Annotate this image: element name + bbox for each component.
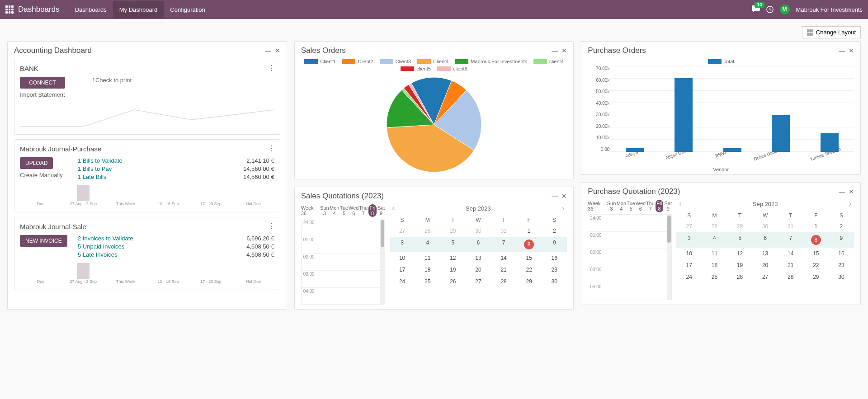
create-manually-link[interactable]: Create Manually	[20, 172, 63, 178]
close-icon[interactable]: ✕	[275, 47, 280, 54]
kebab-icon[interactable]: ⋮	[268, 144, 275, 153]
cal-day[interactable]: 18	[415, 264, 440, 276]
cal-day[interactable]: 14	[778, 248, 803, 259]
kebab-icon[interactable]: ⋮	[268, 222, 275, 230]
cal-day[interactable]: 3	[390, 237, 415, 252]
cal-day[interactable]: 28	[778, 271, 803, 283]
cal-day[interactable]: 9	[542, 237, 567, 252]
cal-day[interactable]: 10	[676, 248, 702, 259]
cal-day[interactable]: 29	[516, 276, 542, 287]
minimize-icon[interactable]: —	[839, 188, 845, 195]
nav-configuration[interactable]: Configuration	[164, 1, 211, 18]
cal-day[interactable]: 11	[702, 248, 727, 259]
cal-day[interactable]: 29	[440, 225, 466, 237]
messages-icon[interactable]: 14	[752, 5, 760, 14]
bar-attijari-bank[interactable]	[675, 78, 693, 152]
cal-day[interactable]: 15	[803, 248, 829, 259]
change-layout-button[interactable]: Change Layout	[802, 26, 861, 38]
cal-day[interactable]: 6	[753, 232, 778, 248]
cal-day[interactable]: 23	[829, 259, 854, 271]
cal-day[interactable]: 7	[778, 232, 803, 248]
cal-day[interactable]: 26	[727, 271, 752, 283]
cal-day[interactable]: 16	[829, 248, 854, 259]
cal-day[interactable]: 16	[542, 252, 567, 264]
cal-day[interactable]: 6	[466, 237, 491, 252]
journal-link[interactable]: 2 Invoices to Validate	[78, 235, 133, 242]
cal-day[interactable]: 14	[491, 252, 516, 264]
cal-day[interactable]: 27	[753, 271, 778, 283]
cal-day[interactable]: 29	[803, 271, 829, 283]
cal-day[interactable]: 3	[676, 232, 702, 248]
cal-day[interactable]: 8	[516, 237, 542, 252]
cal-day[interactable]: 19	[727, 259, 752, 271]
journal-link[interactable]: 5 Unpaid Invoices	[78, 243, 124, 250]
hour-grid[interactable]: 24:0001:0002:0003:0004:0005:00	[588, 214, 672, 300]
cal-day[interactable]: 22	[516, 264, 542, 276]
cal-day[interactable]: 27	[466, 276, 491, 287]
kebab-icon[interactable]: ⋮	[268, 64, 275, 72]
cal-day[interactable]: 17	[390, 264, 415, 276]
cal-day[interactable]: 26	[440, 276, 466, 287]
scrollbar-thumb[interactable]	[667, 216, 671, 243]
cal-day[interactable]: 30	[542, 276, 567, 287]
cal-day[interactable]: 17	[676, 259, 702, 271]
cal-day[interactable]: 24	[390, 276, 415, 287]
cal-day[interactable]: 13	[466, 252, 491, 264]
cal-day[interactable]: 28	[491, 276, 516, 287]
cal-day[interactable]: 28	[415, 225, 440, 237]
minimize-icon[interactable]: —	[552, 192, 558, 200]
cal-day[interactable]: 10	[390, 252, 415, 264]
cal-day[interactable]: 2	[829, 221, 854, 232]
cal-day[interactable]: 11	[415, 252, 440, 264]
cal-day[interactable]: 9	[829, 232, 854, 248]
close-icon[interactable]: ✕	[849, 47, 854, 54]
connect-button[interactable]: CONNECT	[20, 77, 65, 89]
cal-day[interactable]: 5	[440, 237, 466, 252]
cal-day[interactable]: 27	[676, 221, 702, 232]
cal-day[interactable]: 19	[440, 264, 466, 276]
import-statement-link[interactable]: Import Statement	[20, 91, 65, 98]
cal-day[interactable]: 23	[542, 264, 567, 276]
cal-next-icon[interactable]: ›	[849, 200, 851, 208]
journal-link[interactable]: 1 Bills to Pay	[78, 165, 112, 172]
cal-day[interactable]: 12	[727, 248, 752, 259]
cal-day[interactable]: 4	[702, 232, 727, 248]
cal-day[interactable]: 4	[415, 237, 440, 252]
cal-day[interactable]: 20	[466, 264, 491, 276]
cal-day[interactable]: 18	[702, 259, 727, 271]
apps-icon[interactable]	[5, 5, 14, 14]
cal-day[interactable]: 20	[753, 259, 778, 271]
minimize-icon[interactable]: —	[839, 47, 845, 54]
nav-my-dashboard[interactable]: My Dashboard	[113, 1, 164, 18]
cal-day[interactable]: 31	[778, 221, 803, 232]
cal-day[interactable]: 30	[829, 271, 854, 283]
journal-link[interactable]: 1 Late Bills	[78, 174, 107, 180]
cal-day[interactable]: 1	[516, 225, 542, 237]
new-invoice-button[interactable]: NEW INVOICE	[20, 235, 67, 247]
cal-day[interactable]: 5	[727, 232, 752, 248]
close-icon[interactable]: ✕	[849, 188, 854, 195]
cal-day[interactable]: 29	[727, 221, 752, 232]
cal-day[interactable]: 31	[491, 225, 516, 237]
check-to-print-link[interactable]: 1Check to print	[92, 77, 132, 84]
cal-day[interactable]: 1	[803, 221, 829, 232]
journal-link[interactable]: 5 Late Invoices	[78, 251, 117, 258]
cal-day[interactable]: 27	[390, 225, 415, 237]
cal-day[interactable]: 25	[702, 271, 727, 283]
avatar[interactable]: M	[780, 5, 790, 14]
minimize-icon[interactable]: —	[265, 47, 271, 54]
scrollbar-thumb[interactable]	[381, 220, 384, 247]
cal-day[interactable]: 21	[491, 264, 516, 276]
cal-day[interactable]: 21	[778, 259, 803, 271]
cal-next-icon[interactable]: ›	[562, 204, 564, 212]
cal-prev-icon[interactable]: ‹	[392, 204, 395, 212]
minimize-icon[interactable]: —	[552, 47, 558, 54]
cal-day[interactable]: 12	[440, 252, 466, 264]
cal-day[interactable]: 15	[516, 252, 542, 264]
nav-dashboards[interactable]: Dashboards	[69, 1, 113, 18]
clock-icon[interactable]	[766, 6, 774, 13]
upload-button[interactable]: UPLOAD	[20, 157, 53, 169]
bar-bmw[interactable]	[723, 148, 741, 152]
cal-prev-icon[interactable]: ‹	[679, 200, 681, 208]
close-icon[interactable]: ✕	[561, 192, 567, 200]
